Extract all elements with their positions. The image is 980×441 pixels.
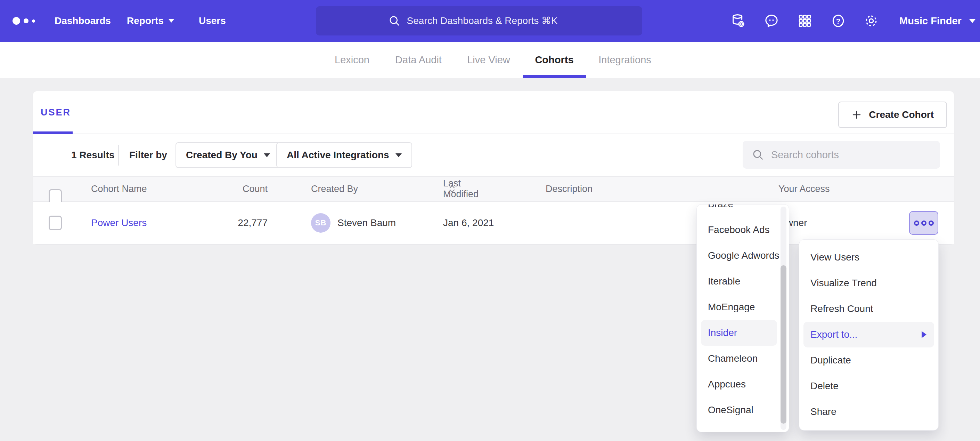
column-header-count: Count bbox=[212, 177, 267, 201]
tab-cohorts[interactable]: Cohorts bbox=[535, 42, 573, 78]
nav-item-label: Users bbox=[199, 15, 226, 26]
cohort-count: 22,777 bbox=[212, 202, 267, 244]
column-header-your-access: Your Access bbox=[778, 177, 830, 201]
panel-header: USER Create Cohort bbox=[33, 91, 954, 134]
cohorts-panel: USER Create Cohort 1 Results Filter by C… bbox=[33, 91, 954, 244]
menu-item-google-adwords[interactable]: Google Adwords bbox=[697, 243, 789, 268]
menu-item-facebook-ads[interactable]: Facebook Ads bbox=[697, 217, 789, 243]
menu-item-view-users[interactable]: View Users bbox=[799, 244, 938, 270]
tab-user-cohorts[interactable]: USER bbox=[41, 91, 71, 134]
tab-lexicon[interactable]: Lexicon bbox=[335, 42, 369, 78]
column-header-cohort-name: Cohort Name bbox=[91, 177, 147, 201]
apps-grid-icon[interactable] bbox=[797, 13, 813, 29]
nav-item-label: Reports bbox=[127, 15, 164, 26]
data-management-icon[interactable] bbox=[730, 13, 746, 29]
search-icon bbox=[752, 149, 764, 161]
cohort-search-input[interactable] bbox=[771, 149, 917, 161]
last-modified-date: Jan 6, 2021 bbox=[443, 202, 494, 244]
export-destinations-menu: Braze Facebook Ads Google Adwords Iterab… bbox=[697, 205, 789, 432]
column-header-description: Description bbox=[546, 177, 592, 201]
search-icon bbox=[388, 14, 401, 27]
tab-data-audit[interactable]: Data Audit bbox=[395, 42, 442, 78]
nav-item-label: Dashboards bbox=[54, 15, 111, 26]
caret-down-icon bbox=[396, 153, 402, 157]
avatar: SB bbox=[311, 213, 331, 233]
nav-item-users[interactable]: Users bbox=[199, 0, 226, 42]
menu-item-delete[interactable]: Delete bbox=[799, 373, 938, 399]
row-actions-button[interactable] bbox=[909, 211, 938, 235]
active-tab-underline bbox=[33, 131, 73, 134]
menu-item-appcues[interactable]: Appcues bbox=[697, 371, 789, 397]
menu-item-refresh-count[interactable]: Refresh Count bbox=[799, 296, 938, 322]
create-cohort-button[interactable]: Create Cohort bbox=[838, 102, 947, 128]
row-checkbox[interactable] bbox=[49, 216, 62, 230]
nav-item-dashboards[interactable]: Dashboards bbox=[54, 0, 111, 42]
filter-by-label: Filter by bbox=[129, 150, 167, 161]
cohort-name-link[interactable]: Power Users bbox=[91, 202, 146, 244]
cohort-search-bar[interactable] bbox=[743, 141, 940, 169]
svg-text:?: ? bbox=[836, 17, 841, 25]
global-search-bar[interactable] bbox=[316, 6, 642, 35]
menu-item-share[interactable]: Share bbox=[799, 399, 938, 425]
integrations-filter-dropdown[interactable]: All Active Integrations bbox=[276, 142, 412, 168]
table-header-row: Cohort Name Count Created By Last Modifi… bbox=[33, 176, 954, 202]
caret-down-icon bbox=[169, 19, 174, 22]
section-tabs: Lexicon Data Audit Live View Cohorts Int… bbox=[0, 42, 980, 78]
menu-item-chameleon[interactable]: Chameleon bbox=[697, 346, 789, 371]
column-header-last-modified[interactable]: Last Modified bbox=[443, 177, 456, 201]
menu-item-visualize-trend[interactable]: Visualize Trend bbox=[799, 270, 938, 296]
plus-icon bbox=[851, 110, 862, 120]
menu-item-duplicate[interactable]: Duplicate bbox=[799, 347, 938, 373]
caret-down-icon bbox=[264, 153, 270, 157]
row-context-menu: View Users Visualize Trend Refresh Count… bbox=[799, 240, 938, 430]
created-by-filter-dropdown[interactable]: Created By You bbox=[175, 142, 280, 168]
filter-toolbar: 1 Results Filter by Created By You All A… bbox=[33, 134, 954, 176]
menu-item-onesignal[interactable]: OneSignal bbox=[697, 397, 789, 423]
mixpanel-logo-icon[interactable] bbox=[13, 0, 35, 42]
project-switcher[interactable]: Music Finder bbox=[899, 0, 975, 42]
tab-live-view[interactable]: Live View bbox=[467, 42, 510, 78]
menu-item-insider[interactable]: Insider bbox=[701, 320, 777, 346]
submenu-arrow-icon bbox=[922, 331, 926, 338]
ellipsis-icon bbox=[914, 220, 919, 226]
caret-down-icon bbox=[969, 19, 975, 23]
app-root: Dashboards Reports Users bbox=[0, 0, 980, 441]
menu-item-moengage[interactable]: MoEngage bbox=[697, 294, 789, 320]
top-navbar: Dashboards Reports Users bbox=[0, 0, 980, 42]
feedback-icon[interactable] bbox=[764, 13, 779, 29]
divider bbox=[118, 145, 119, 166]
menu-item-export-to[interactable]: Export to... bbox=[803, 322, 934, 347]
menu-item-iterable[interactable]: Iterable bbox=[697, 268, 789, 294]
project-name: Music Finder bbox=[899, 15, 962, 27]
tab-integrations[interactable]: Integrations bbox=[598, 42, 651, 78]
help-icon[interactable]: ? bbox=[830, 13, 846, 29]
menu-scrollbar-thumb[interactable] bbox=[781, 265, 786, 423]
menu-item-braze[interactable]: Braze bbox=[697, 205, 789, 217]
nav-item-reports[interactable]: Reports bbox=[127, 0, 174, 42]
created-by-name: Steven Baum bbox=[337, 202, 396, 244]
table-row: Power Users 22,777 SB Steven Baum Jan 6,… bbox=[33, 202, 954, 244]
results-count: 1 Results bbox=[71, 150, 115, 161]
settings-gear-icon[interactable] bbox=[864, 13, 879, 29]
column-header-created-by: Created By bbox=[311, 177, 358, 201]
global-search-input[interactable] bbox=[407, 15, 570, 26]
